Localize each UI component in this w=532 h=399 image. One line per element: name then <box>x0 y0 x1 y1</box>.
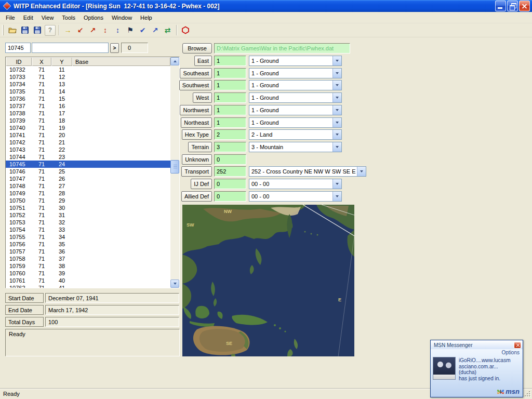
northeast-button[interactable]: Northeast <box>181 117 212 128</box>
northwest-value-field[interactable]: 1 <box>214 105 246 115</box>
save-as-icon[interactable] <box>31 24 43 36</box>
allied-def-value-field[interactable]: 0 <box>214 191 246 202</box>
dropdown-arrow-icon[interactable] <box>332 81 341 90</box>
table-row[interactable]: 107607139 <box>6 270 170 277</box>
hexagon-icon[interactable] <box>179 24 191 36</box>
dropdown-arrow-icon[interactable] <box>357 167 366 176</box>
table-row[interactable]: 107597138 <box>6 262 170 270</box>
current-id-field[interactable] <box>5 43 31 53</box>
dropdown-arrow-icon[interactable] <box>332 93 341 102</box>
dropdown-arrow-icon[interactable] <box>332 69 341 78</box>
allied-def-button[interactable]: Allied Def <box>181 191 212 202</box>
file-path-field[interactable]: D:\Matrix Games\War in the Pacific\Pwhex… <box>214 43 350 54</box>
restore-button[interactable] <box>507 1 518 11</box>
table-row[interactable]: 107477126 <box>6 175 170 182</box>
east-button[interactable]: East <box>194 56 212 66</box>
table-row[interactable]: 107407119 <box>6 124 170 131</box>
check-icon[interactable]: ✔ <box>137 24 149 36</box>
blue-diagonal-arrow-icon[interactable]: ↗ <box>149 24 161 36</box>
transport-value-field[interactable]: 252 <box>214 166 246 177</box>
table-row[interactable]: 107467125 <box>6 168 170 175</box>
dropdown-arrow-icon[interactable] <box>332 130 341 139</box>
table-row[interactable]: 107427121 <box>6 139 170 146</box>
table-row[interactable]: 107367115 <box>6 95 170 102</box>
transport-button[interactable]: Transport <box>181 166 212 177</box>
terrain-value-field[interactable]: 3 <box>214 142 246 152</box>
yellow-arrow-icon[interactable]: → <box>62 24 74 36</box>
dropdown-arrow-icon[interactable] <box>332 142 341 152</box>
southeast-value-field[interactable]: 1 <box>214 68 246 78</box>
menu-view[interactable]: View <box>37 13 58 22</box>
scroll-up-button[interactable] <box>170 57 179 65</box>
minimize-button[interactable] <box>495 1 506 11</box>
column-header-x[interactable]: X <box>32 57 51 66</box>
table-row[interactable]: 107517130 <box>6 204 170 211</box>
save-icon[interactable] <box>19 24 31 36</box>
southwest-dropdown[interactable]: 1 - Ground <box>249 80 342 90</box>
map-panel[interactable]: NWSWSEE <box>182 205 354 356</box>
table-row[interactable]: 107507129 <box>6 197 170 204</box>
menu-tools[interactable]: Tools <box>58 13 79 22</box>
help-icon[interactable]: ? <box>45 25 56 36</box>
ij-def-dropdown[interactable]: 00 - 00 <box>249 179 342 189</box>
east-value-field[interactable]: 1 <box>214 56 246 66</box>
unknown-value-field[interactable]: 0 <box>214 154 246 165</box>
dropdown-arrow-icon[interactable] <box>332 192 341 201</box>
dropdown-arrow-icon[interactable] <box>332 179 341 189</box>
menu-help[interactable]: Help <box>136 13 156 22</box>
red-vertical-arrows-icon[interactable]: ↕ <box>99 24 111 36</box>
red-southwest-arrow-icon[interactable]: ↙ <box>74 24 86 36</box>
flag-icon[interactable]: ⚑ <box>124 24 136 36</box>
east-dropdown[interactable]: 1 - Ground <box>249 56 342 66</box>
table-row[interactable]: 107627141 <box>6 284 170 288</box>
table-row[interactable]: 107437122 <box>6 146 170 153</box>
blue-vertical-arrows-icon[interactable]: ↕ <box>112 24 124 36</box>
table-row[interactable]: 107447123 <box>6 153 170 161</box>
southwest-value-field[interactable]: 1 <box>214 80 246 90</box>
msn-options-link[interactable]: Options <box>431 349 523 357</box>
unknown-button[interactable]: Unknown <box>182 154 212 165</box>
table-row[interactable]: 107357114 <box>6 88 170 95</box>
menu-edit[interactable]: Edit <box>19 13 37 22</box>
table-row[interactable]: 107587137 <box>6 255 170 262</box>
scrollbar-thumb[interactable] <box>170 160 179 174</box>
dropdown-arrow-icon[interactable] <box>332 56 341 65</box>
table-row[interactable]: 107337112 <box>6 73 170 81</box>
northeast-value-field[interactable]: 1 <box>214 117 246 128</box>
northwest-dropdown[interactable]: 1 - Ground <box>249 105 342 115</box>
west-value-field[interactable]: 1 <box>214 92 246 103</box>
toolbar-grip[interactable] <box>2 25 4 35</box>
scroll-down-button[interactable] <box>170 280 179 288</box>
northeast-dropdown[interactable]: 1 - Ground <box>249 117 342 128</box>
table-row[interactable]: 107577136 <box>6 248 170 255</box>
table-row[interactable]: 107457124 <box>6 161 170 168</box>
northwest-button[interactable]: Northwest <box>180 105 212 115</box>
close-button[interactable] <box>519 1 530 11</box>
table-row[interactable]: 107617140 <box>6 277 170 284</box>
column-header-id[interactable]: ID <box>6 57 32 66</box>
search-input[interactable] <box>32 43 109 53</box>
transport-dropdown[interactable]: 252 - Cross Country NE NW W SW SE E <box>249 166 366 177</box>
west-dropdown[interactable]: 1 - Ground <box>249 92 342 103</box>
menu-file[interactable]: File <box>2 13 19 22</box>
southwest-button[interactable]: Southwest <box>179 80 212 90</box>
table-row[interactable]: 107487127 <box>6 182 170 190</box>
southeast-dropdown[interactable]: 1 - Ground <box>249 68 342 78</box>
hex-type-button[interactable]: Hex Type <box>182 129 212 140</box>
go-button[interactable]: > <box>110 43 119 53</box>
west-button[interactable]: West <box>193 92 212 103</box>
ij-def-button[interactable]: IJ Def <box>191 179 212 189</box>
green-swap-icon[interactable]: ⇄ <box>162 24 174 36</box>
table-row[interactable]: 107567135 <box>6 241 170 248</box>
table-row[interactable]: 107377116 <box>6 102 170 110</box>
table-row[interactable]: 107537132 <box>6 219 170 226</box>
vertical-scrollbar[interactable] <box>170 57 179 288</box>
column-header-base[interactable]: Base <box>72 57 170 66</box>
open-file-icon[interactable] <box>6 24 18 36</box>
table-row[interactable]: 107417120 <box>6 131 170 139</box>
msn-close-icon[interactable] <box>514 342 521 349</box>
column-header-y[interactable]: Y <box>51 57 72 66</box>
app-icon[interactable] <box>3 2 11 10</box>
red-northeast-arrow-icon[interactable]: ↗ <box>87 24 99 36</box>
table-row[interactable]: 107557134 <box>6 233 170 241</box>
